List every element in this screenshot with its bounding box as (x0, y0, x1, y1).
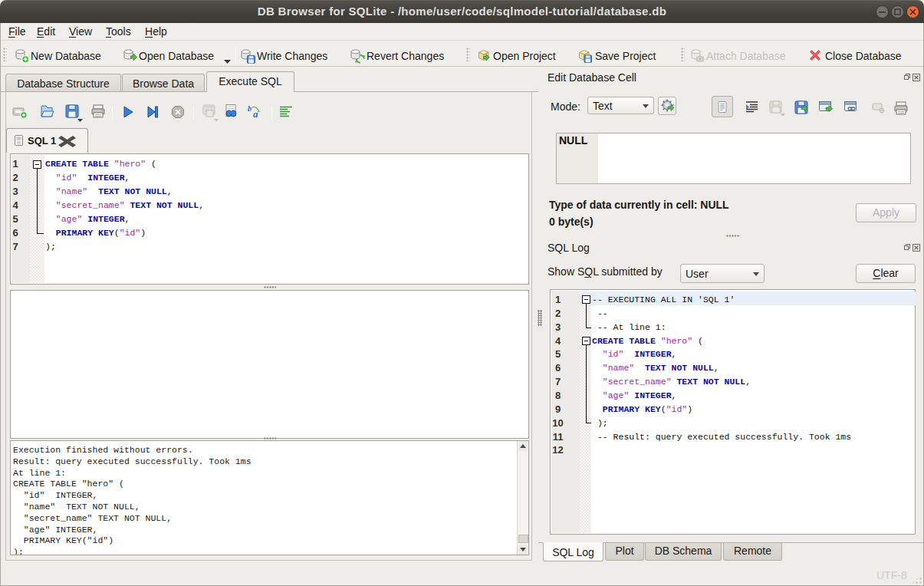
svg-text:b: b (248, 104, 252, 113)
